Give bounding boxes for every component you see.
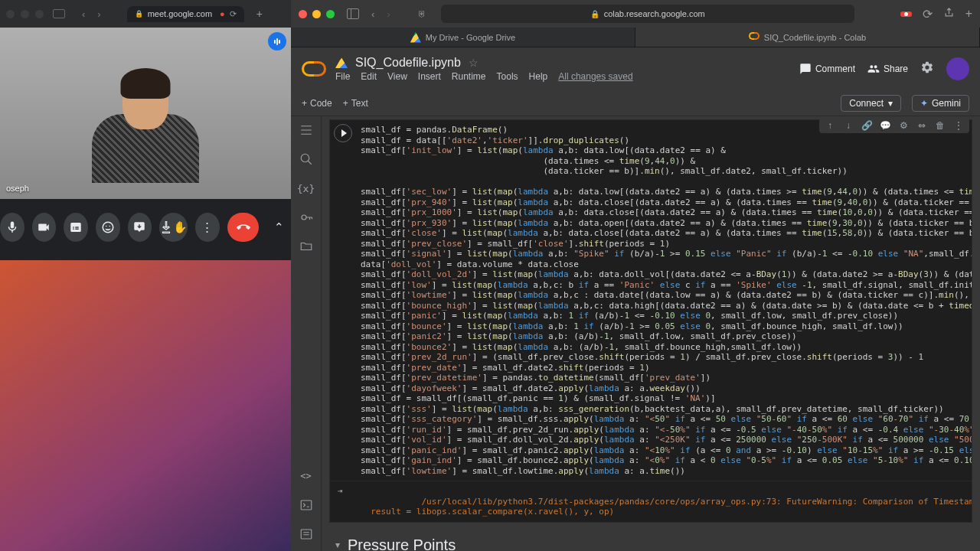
svg-rect-5: [301, 500, 312, 510]
chevron-down-icon: ▾: [888, 98, 893, 109]
share-icon[interactable]: [943, 7, 955, 21]
tab-colab[interactable]: SIQ_Codefile.ipynb - Colab: [635, 28, 980, 47]
forward-button[interactable]: ›: [93, 7, 105, 21]
mic-button[interactable]: [0, 213, 24, 242]
end-call-button[interactable]: [227, 213, 260, 242]
avatar[interactable]: [946, 57, 969, 80]
video-tile: oseph: [0, 28, 291, 199]
colab-app: SIQ_Codefile.ipynb ☆ File Edit View Inse…: [291, 47, 980, 551]
colab-header: SIQ_Codefile.ipynb ☆ File Edit View Inse…: [291, 47, 980, 90]
svg-point-0: [103, 222, 113, 233]
comment-icon[interactable]: 💬: [879, 119, 891, 132]
section-title: Pressure Points: [348, 536, 456, 552]
share-button[interactable]: Share: [867, 63, 908, 75]
gdrive-icon: [335, 57, 348, 68]
sidebar-toggle-icon[interactable]: [347, 8, 359, 19]
colab-content: ↑ ↓ 🔗 💬 ⚙ ⇔ 🗑 ⋮ small_df = pandas.DataFr…: [322, 116, 980, 551]
expand-button[interactable]: ⌃: [266, 213, 291, 242]
gear-icon[interactable]: [920, 60, 934, 77]
run-cell-button[interactable]: [334, 124, 352, 142]
menu-runtime[interactable]: Runtime: [452, 71, 486, 82]
save-status: All changes saved: [558, 71, 632, 82]
sparkle-icon: ✦: [920, 98, 928, 109]
participant-name: oseph: [0, 182, 35, 194]
menu-view[interactable]: View: [387, 71, 407, 82]
output-collapse-icon[interactable]: ⇥: [338, 486, 343, 497]
terminal-icon[interactable]: [299, 497, 314, 513]
camera-button[interactable]: [32, 213, 57, 242]
move-up-icon[interactable]: ↑: [824, 119, 836, 132]
safari-window: ‹ › ⛨ 🔒 colab.research.google.com ⟳ + My…: [291, 0, 980, 551]
search-icon[interactable]: [299, 152, 314, 167]
add-text-button[interactable]: + Text: [343, 98, 368, 109]
connect-button[interactable]: Connect ▾: [841, 95, 901, 112]
traffic-dot: [21, 10, 29, 18]
meet-controls: ✋ ⋮ ⌃: [0, 199, 291, 256]
browser-tab[interactable]: 🔒 meet.google.com ● ⟳: [127, 6, 244, 22]
cell-toolbar: ↑ ↓ 🔗 💬 ⚙ ⇔ 🗑 ⋮: [819, 118, 969, 133]
gear-icon[interactable]: ⚙: [897, 119, 910, 132]
back-button[interactable]: ‹: [77, 7, 90, 21]
traffic-dot: [6, 10, 15, 18]
lock-icon: 🔒: [590, 10, 599, 18]
section-header[interactable]: ▾ Pressure Points: [322, 526, 980, 552]
colab-icon: [749, 32, 760, 43]
colab-logo-icon[interactable]: [302, 61, 326, 77]
menu-file[interactable]: File: [335, 71, 350, 82]
star-icon[interactable]: ☆: [469, 57, 479, 69]
gemini-button[interactable]: ✦Gemini: [912, 95, 969, 112]
safari-toolbar: ‹ › ⛨ 🔒 colab.research.google.com ⟳ +: [291, 0, 980, 28]
safari-tabs: My Drive - Google Drive SIQ_Codefile.ipy…: [291, 28, 980, 47]
svg-rect-6: [301, 530, 312, 539]
meet-window: ‹ › 🔒 meet.google.com ● ⟳ + oseph ✋ ⋮ ⌃: [0, 0, 291, 260]
folder-icon[interactable]: [299, 239, 314, 254]
svg-point-4: [302, 215, 306, 220]
more-icon[interactable]: ⋮: [952, 119, 965, 132]
new-tab-button[interactable]: +: [965, 7, 972, 21]
code-editor[interactable]: small_df = pandas.DataFrame() small_df =…: [329, 119, 972, 481]
url-text: colab.research.google.com: [604, 9, 705, 18]
minimize-window-button[interactable]: [312, 10, 321, 18]
cell-output: ⇥/usr/local/lib/python3.7/dist-packages/…: [329, 481, 972, 523]
menu-tools[interactable]: Tools: [497, 71, 518, 82]
menu-help[interactable]: Help: [529, 71, 548, 82]
code-toggle-icon[interactable]: <>: [299, 468, 314, 484]
svg-point-3: [301, 154, 309, 162]
code-cell[interactable]: ↑ ↓ 🔗 💬 ⚙ ⇔ 🗑 ⋮ small_df = pandas.DataFr…: [329, 119, 972, 523]
svg-point-2: [109, 226, 110, 227]
sidebar-toggle-icon[interactable]: [53, 9, 65, 18]
recording-badge: [900, 11, 912, 17]
secrets-icon[interactable]: [299, 210, 314, 225]
notebook-name[interactable]: SIQ_Codefile.ipynb: [355, 56, 461, 70]
menu-edit[interactable]: Edit: [361, 71, 377, 82]
link-icon[interactable]: 🔗: [861, 119, 873, 132]
tab-gdrive[interactable]: My Drive - Google Drive: [291, 28, 635, 47]
menu-insert[interactable]: Insert: [418, 71, 441, 82]
mirror-icon[interactable]: ⇔: [916, 119, 928, 132]
comment-button[interactable]: Comment: [799, 63, 855, 75]
new-tab-button[interactable]: +: [256, 8, 263, 20]
delete-icon[interactable]: 🗑: [934, 119, 946, 132]
emoji-button[interactable]: [96, 213, 120, 242]
tab-url: meet.google.com: [148, 9, 212, 18]
variables-icon[interactable]: {x}: [299, 181, 314, 196]
maximize-window-button[interactable]: [326, 10, 335, 18]
captions-button[interactable]: [64, 213, 88, 242]
present-button[interactable]: [128, 213, 152, 242]
move-down-icon[interactable]: ↓: [842, 119, 854, 132]
close-window-button[interactable]: [299, 10, 307, 18]
toc-icon[interactable]: [299, 122, 314, 138]
raise-hand-button[interactable]: ✋: [159, 213, 188, 242]
back-button[interactable]: ‹: [367, 7, 379, 21]
privacy-icon[interactable]: ⛨: [418, 9, 426, 18]
audio-indicator-icon: [268, 32, 286, 51]
reload-icon[interactable]: ⟳: [230, 9, 237, 19]
tab-label: My Drive - Google Drive: [426, 33, 515, 42]
address-bar[interactable]: ⛨ 🔒 colab.research.google.com: [441, 5, 854, 23]
add-code-button[interactable]: + Code: [302, 98, 332, 109]
more-options-button[interactable]: ⋮: [195, 213, 220, 242]
reload-icon[interactable]: ⟳: [923, 7, 933, 21]
list-icon[interactable]: [299, 527, 314, 542]
forward-button[interactable]: ›: [382, 7, 394, 21]
colab-sidebar: {x} <>: [291, 116, 322, 551]
